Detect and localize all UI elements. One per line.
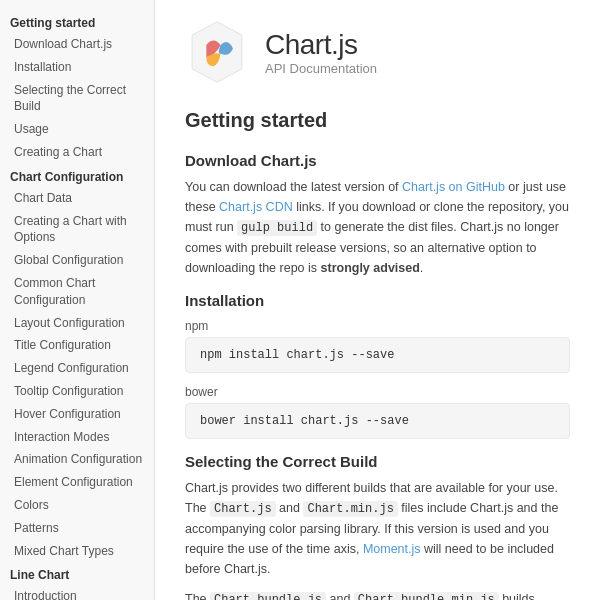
selecting-body-2: The Chart.bundle.js and Chart.bundle.min…: [185, 589, 570, 600]
sidebar-section-getting-started: Getting started Download Chart.js Instal…: [0, 10, 154, 164]
sidebar: Getting started Download Chart.js Instal…: [0, 0, 155, 600]
bower-code-block: bower install chart.js --save: [185, 403, 570, 439]
sidebar-section-chart-configuration: Chart Configuration Chart Data Creating …: [0, 164, 154, 563]
sidebar-item-title-config[interactable]: Title Configuration: [0, 334, 154, 357]
sidebar-item-interaction-modes[interactable]: Interaction Modes: [0, 426, 154, 449]
sidebar-item-legend-config[interactable]: Legend Configuration: [0, 357, 154, 380]
sidebar-section-header: Getting started: [0, 10, 154, 33]
github-link[interactable]: Chart.js on GitHub: [402, 180, 505, 194]
sidebar-section-header-config: Chart Configuration: [0, 164, 154, 187]
subsection-selecting-title: Selecting the Correct Build: [185, 453, 570, 470]
sidebar-item-tooltip-config[interactable]: Tooltip Configuration: [0, 380, 154, 403]
chartminjs-code: Chart.min.js: [303, 501, 397, 517]
sidebar-item-element-config[interactable]: Element Configuration: [0, 471, 154, 494]
chartbundleminjs-code: Chart.bundle.min.js: [354, 592, 499, 600]
sidebar-item-mixed-chart-types[interactable]: Mixed Chart Types: [0, 540, 154, 563]
sidebar-item-selecting-build[interactable]: Selecting the Correct Build: [0, 79, 154, 119]
sidebar-section-line-chart: Line Chart Introduction Example Usage Da…: [0, 562, 154, 600]
sidebar-item-hover-config[interactable]: Hover Configuration: [0, 403, 154, 426]
momentjs-link-1[interactable]: Moment.js: [363, 542, 421, 556]
section-getting-started-title: Getting started: [185, 109, 570, 138]
sidebar-item-common-chart-config[interactable]: Common Chart Configuration: [0, 272, 154, 312]
subsection-download-title: Download Chart.js: [185, 152, 570, 169]
sidebar-item-usage[interactable]: Usage: [0, 118, 154, 141]
selecting-text-5: The: [185, 592, 210, 600]
download-text-1: You can download the latest version of: [185, 180, 402, 194]
sidebar-item-patterns[interactable]: Patterns: [0, 517, 154, 540]
npm-label: npm: [185, 319, 570, 333]
subsection-installation-title: Installation: [185, 292, 570, 309]
bower-label: bower: [185, 385, 570, 399]
doc-header: Chart.js API Documentation: [185, 20, 570, 84]
header-text: Chart.js API Documentation: [265, 29, 377, 76]
sidebar-item-download-chartjs[interactable]: Download Chart.js: [0, 33, 154, 56]
svg-marker-0: [192, 22, 242, 82]
chartjs-code: Chart.js: [210, 501, 276, 517]
doc-title: Chart.js: [265, 29, 377, 61]
sidebar-item-creating-chart[interactable]: Creating a Chart: [0, 141, 154, 164]
selecting-text-2: and: [276, 501, 304, 515]
sidebar-item-introduction[interactable]: Introduction: [0, 585, 154, 600]
npm-code-block: npm install chart.js --save: [185, 337, 570, 373]
doc-subtitle: API Documentation: [265, 61, 377, 76]
sidebar-item-global-config[interactable]: Global Configuration: [0, 249, 154, 272]
chartbundlejs-code: Chart.bundle.js: [210, 592, 326, 600]
sidebar-item-colors[interactable]: Colors: [0, 494, 154, 517]
selecting-body-1: Chart.js provides two different builds t…: [185, 478, 570, 579]
sidebar-section-header-line: Line Chart: [0, 562, 154, 585]
sidebar-item-chart-data[interactable]: Chart Data: [0, 187, 154, 210]
download-body: You can download the latest version of C…: [185, 177, 570, 278]
sidebar-item-installation[interactable]: Installation: [0, 56, 154, 79]
sidebar-item-animation-config[interactable]: Animation Configuration: [0, 448, 154, 471]
gulp-build-code: gulp build: [237, 220, 317, 236]
sidebar-item-chart-with-options[interactable]: Creating a Chart with Options: [0, 210, 154, 250]
download-text-5: .: [420, 261, 423, 275]
sidebar-item-layout-config[interactable]: Layout Configuration: [0, 312, 154, 335]
chartjs-logo: [185, 20, 249, 84]
main-content: Chart.js API Documentation Getting start…: [155, 0, 600, 600]
cdn-link[interactable]: Chart.js CDN: [219, 200, 293, 214]
selecting-text-6: and: [326, 592, 354, 600]
strongly-advised: strongly advised: [321, 261, 420, 275]
